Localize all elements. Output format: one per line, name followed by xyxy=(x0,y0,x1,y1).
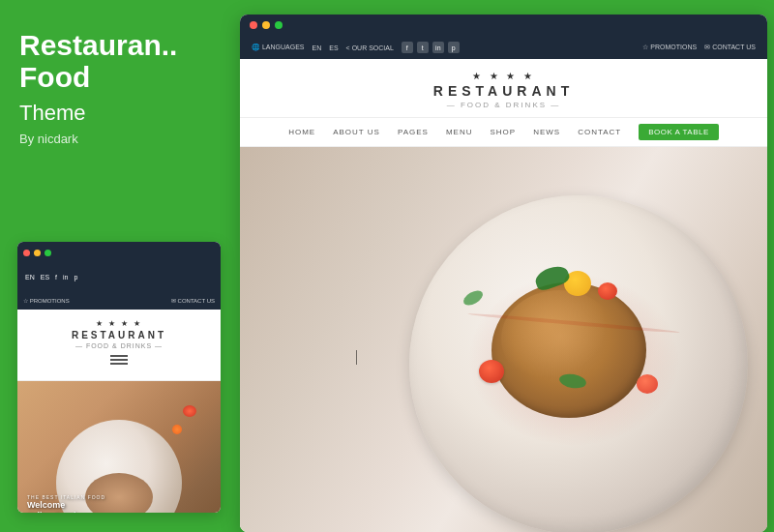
mobile-contact: ✉ CONTACT US xyxy=(171,297,215,304)
contact-us-link[interactable]: ✉ CONTACT US xyxy=(704,44,756,51)
languages-label: 🌐 LANGUAGES xyxy=(252,44,305,51)
desktop-stars: ★ ★ ★ ★ xyxy=(240,71,767,81)
theme-subtitle: Theme xyxy=(19,101,218,126)
nav-home[interactable]: HOME xyxy=(288,128,315,136)
desktop-nav-right: ☆ PROMOTIONS ✉ CONTACT US xyxy=(642,44,756,51)
mobile-dot-green xyxy=(45,250,51,256)
mobile-promotions-bar: ☆ PROMOTIONS ✉ CONTACT US xyxy=(17,290,221,310)
mobile-restaurant-name: RESTAURANT xyxy=(27,330,211,340)
social-icons: f t in p xyxy=(402,42,460,53)
theme-title: Restauran.. Food xyxy=(19,29,218,93)
mobile-nav-bar: EN ES f in p xyxy=(17,263,221,290)
nav-contact[interactable]: CONTACT xyxy=(578,128,621,136)
mobile-welcome-large: WelcomeItalian Food xyxy=(27,500,105,513)
desktop-dot-green xyxy=(275,21,283,29)
herb-3 xyxy=(461,287,485,308)
desktop-dots xyxy=(250,21,283,29)
mobile-stars: ★ ★ ★ ★ xyxy=(27,319,211,328)
mobile-lang-es: ES xyxy=(41,274,49,281)
mobile-promotions: ☆ PROMOTIONS xyxy=(23,297,70,304)
tomato-2 xyxy=(637,374,658,394)
tomato-3 xyxy=(598,282,617,300)
mobile-dots xyxy=(23,250,51,256)
pinterest-icon[interactable]: p xyxy=(448,42,460,53)
nav-menu[interactable]: MENU xyxy=(446,128,473,136)
mobile-food-image: THE BEST ITALIAN FOOD WelcomeItalian Foo… xyxy=(17,381,221,513)
plate xyxy=(409,195,748,532)
mobile-hamburger-menu[interactable] xyxy=(109,355,129,365)
mobile-dot-yellow xyxy=(34,250,41,256)
hamburger-line-1 xyxy=(110,355,128,357)
nav-news[interactable]: NEWS xyxy=(533,128,560,136)
mobile-welcome-text: THE BEST ITALIAN FOOD WelcomeItalian Foo… xyxy=(27,494,105,513)
mobile-social-in: in xyxy=(63,274,68,281)
desktop-topbar xyxy=(240,15,767,36)
nav-shop[interactable]: SHOP xyxy=(490,128,516,136)
mobile-tomato-1 xyxy=(183,405,196,417)
mobile-tomato-2 xyxy=(172,425,182,434)
desktop-nav-left: 🌐 LANGUAGES EN ES < OUR SOCIAL f t in p xyxy=(252,42,460,53)
desktop-mockup: 🌐 LANGUAGES EN ES < OUR SOCIAL f t in p … xyxy=(240,15,767,532)
mobile-social-p: p xyxy=(74,274,77,281)
desktop-dot-red xyxy=(250,21,257,29)
hamburger-line-2 xyxy=(110,359,128,361)
facebook-icon[interactable]: f xyxy=(402,42,413,53)
left-panel: Restauran.. Food Theme By nicdark EN ES … xyxy=(0,0,237,532)
nav-about-us[interactable]: ABOUT US xyxy=(333,128,380,136)
desktop-dot-yellow xyxy=(262,21,270,29)
lang-en[interactable]: EN xyxy=(313,44,322,51)
twitter-icon[interactable]: t xyxy=(417,42,429,53)
hamburger-line-3 xyxy=(110,363,128,365)
lang-es[interactable]: ES xyxy=(329,44,338,51)
mobile-dot-red xyxy=(23,250,30,256)
mobile-nav-left: EN ES f in p xyxy=(25,274,77,281)
plate-container xyxy=(322,166,767,532)
pasta-highlight xyxy=(501,290,617,387)
our-social-label: < OUR SOCIAL xyxy=(346,44,394,51)
desktop-restaurant-name: RESTAURANT xyxy=(240,83,767,99)
desktop-food-image xyxy=(240,147,767,532)
desktop-nav-bar: 🌐 LANGUAGES EN ES < OUR SOCIAL f t in p … xyxy=(240,36,767,59)
text-cursor xyxy=(356,350,357,365)
theme-author: By nicdark xyxy=(19,132,218,146)
nav-pages[interactable]: PAGES xyxy=(398,128,429,136)
mobile-mockup: EN ES f in p ☆ PROMOTIONS ✉ CONTACT US ★… xyxy=(17,242,221,513)
linkedin-icon[interactable]: in xyxy=(432,42,444,53)
mobile-social-f: f xyxy=(55,274,57,281)
mobile-tagline: — FOOD & DRINKS — xyxy=(27,342,211,349)
desktop-menu-bar: HOME ABOUT US PAGES MENU SHOP NEWS CONTA… xyxy=(240,118,767,147)
desktop-header: ★ ★ ★ ★ RESTAURANT — FOOD & DRINKS — xyxy=(240,59,767,118)
tomato-1 xyxy=(479,360,504,383)
mobile-header: ★ ★ ★ ★ RESTAURANT — FOOD & DRINKS — xyxy=(17,310,221,381)
mobile-topbar xyxy=(17,242,221,263)
mobile-lang-en: EN xyxy=(25,274,35,281)
promotions-link[interactable]: ☆ PROMOTIONS xyxy=(642,44,697,51)
desktop-tagline: — FOOD & DRINKS — xyxy=(240,101,767,109)
book-table-button[interactable]: BOOK A TABLE xyxy=(639,124,719,140)
